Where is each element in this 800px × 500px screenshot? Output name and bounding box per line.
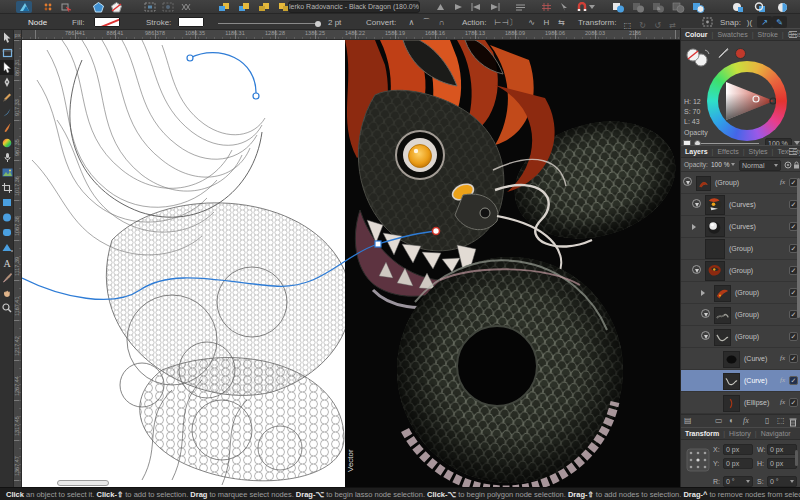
tab-navigator[interactable]: Navigator — [761, 430, 791, 437]
expand-arrow-icon[interactable] — [701, 290, 705, 296]
insert-behind-icon[interactable] — [752, 1, 768, 13]
layer-label[interactable]: (Curve) — [744, 355, 767, 362]
smart-corner-icon[interactable]: ∩ — [434, 16, 449, 28]
boolean-divide-icon[interactable] — [670, 1, 686, 13]
boolean-combine-icon[interactable] — [690, 1, 706, 13]
layer-label[interactable]: (Curves) — [729, 223, 756, 230]
tab-stroke[interactable]: Stroke — [758, 31, 778, 38]
layer-thumbnail[interactable] — [723, 351, 740, 368]
stroke-width-slider[interactable] — [218, 23, 318, 24]
pencil-tool[interactable] — [0, 90, 14, 105]
layer-visibility-checkbox[interactable]: ✓ — [789, 398, 798, 407]
layer-thumbnail[interactable] — [714, 307, 731, 324]
transform-field-w[interactable]: 0 px — [767, 444, 797, 455]
tab-layers[interactable]: Layers — [685, 148, 708, 155]
tab-effects[interactable]: Effects — [717, 148, 738, 155]
ruler-units[interactable]: px — [14, 30, 22, 40]
layer-fx-badge[interactable]: fx — [780, 398, 785, 406]
colour-wheel[interactable] — [707, 61, 787, 141]
layer-row[interactable]: (Curves)✓ — [681, 216, 800, 238]
grid-icon[interactable] — [538, 1, 554, 13]
view-tool[interactable] — [0, 285, 14, 300]
colour-panel-menu-icon[interactable] — [789, 31, 797, 38]
smooth-corner-icon[interactable]: ⌒ — [419, 16, 434, 28]
move-tool[interactable] — [0, 30, 14, 45]
layer-thumbnail[interactable] — [705, 195, 725, 215]
layer-label[interactable]: (Group) — [729, 267, 753, 274]
tab-transform[interactable]: Transform — [685, 430, 719, 437]
layer-row[interactable]: (Ellipse)fx✓ — [681, 392, 800, 414]
layer-row[interactable]: (Group)✓ — [681, 260, 800, 282]
blend-mode-select[interactable]: Normal — [739, 160, 781, 171]
move-to-front-icon[interactable] — [216, 1, 232, 13]
path-node[interactable] — [187, 55, 193, 61]
expand-arrow-circle-icon[interactable] — [692, 265, 701, 274]
marquee-icon[interactable] — [700, 16, 715, 28]
opacity-slider[interactable] — [695, 143, 759, 144]
layer-fx-badge[interactable]: fx — [780, 354, 785, 362]
add-group-icon[interactable]: ⬚ — [777, 415, 785, 427]
fill-stroke-wells-icon[interactable] — [685, 47, 711, 67]
layer-label[interactable]: (Group) — [729, 245, 753, 252]
triangle-tool[interactable] — [0, 240, 14, 255]
caret-down-icon[interactable] — [731, 163, 735, 166]
select-cycle-icon[interactable] — [178, 1, 194, 13]
stroke-width-value[interactable]: 2 pt — [328, 18, 341, 27]
layer-label[interactable]: (Group) — [735, 311, 759, 318]
sharp-corner-icon[interactable]: ∧ — [404, 16, 419, 28]
canvas-viewport[interactable]: Vector — [22, 40, 680, 487]
transform-field-r[interactable]: 0 ° — [723, 476, 753, 487]
fill-swatch[interactable] — [94, 17, 120, 27]
layer-thumbnail[interactable] — [705, 239, 725, 259]
layer-fx-badge[interactable]: fx — [780, 178, 785, 186]
boolean-intersect-icon[interactable] — [650, 1, 666, 13]
layer-row[interactable]: (Group)fx✓ — [681, 172, 800, 194]
layer-row[interactable]: (Group)✓ — [681, 238, 800, 260]
smooth-curve-icon[interactable]: ∿ — [524, 16, 539, 28]
link-dimensions-button[interactable] — [795, 450, 798, 466]
move-backward-icon[interactable] — [256, 1, 272, 13]
layer-label[interactable]: (Ellipse) — [744, 399, 769, 406]
layer-row[interactable]: (Group)✓ — [681, 304, 800, 326]
export-persona-icon[interactable] — [58, 1, 74, 13]
fill-tool[interactable] — [0, 135, 14, 150]
layer-visibility-checkbox[interactable]: ✓ — [789, 376, 798, 385]
move-forward-icon[interactable] — [236, 1, 252, 13]
expand-arrow-icon[interactable] — [692, 224, 696, 230]
artboard-tool[interactable] — [0, 45, 14, 60]
layer-label[interactable]: (Curves) — [729, 201, 756, 208]
colour-picker-tool[interactable] — [0, 270, 14, 285]
layer-thumbnail[interactable] — [714, 285, 731, 302]
style-picker-tool[interactable] — [0, 150, 14, 165]
reverse-curves-icon[interactable]: ⇆ — [554, 16, 569, 28]
select-same-icon[interactable] — [160, 1, 176, 13]
layer-label[interactable]: (Group) — [735, 333, 759, 340]
vector-brush-tool[interactable] — [0, 105, 14, 120]
pointer-icon[interactable] — [556, 1, 572, 13]
vertical-ruler[interactable]: 867.31917.33967.351017.361067.381117.391… — [14, 40, 22, 487]
pen-tool[interactable] — [0, 75, 14, 90]
blend-gamma-icon[interactable] — [784, 161, 792, 169]
designer-persona-icon[interactable] — [16, 1, 32, 13]
layer-effects-icon[interactable]: fx — [743, 415, 749, 427]
layer-row[interactable]: (Group)✓ — [681, 282, 800, 304]
layer-thumbnail[interactable] — [705, 217, 725, 237]
layer-thumbnail[interactable] — [696, 176, 711, 191]
snap-pen-icon[interactable]: ✎ — [772, 16, 787, 28]
transform-field-s[interactable]: 0 ° — [767, 476, 797, 487]
insert-inside-icon[interactable] — [730, 1, 746, 13]
place-image-tool[interactable] — [0, 165, 14, 180]
layer-thumbnail[interactable] — [723, 373, 740, 390]
align-horizontal-icon[interactable] — [432, 1, 448, 13]
anchor-point-selector[interactable] — [686, 448, 710, 472]
expand-arrow-circle-icon[interactable] — [683, 177, 692, 186]
add-layer-icon[interactable]: ▯ — [765, 415, 769, 427]
align-distribute-icon[interactable] — [468, 1, 484, 13]
transform-field-x[interactable]: 0 px — [723, 444, 753, 455]
align-vertical-icon[interactable] — [450, 1, 466, 13]
rectangle-tool[interactable] — [0, 195, 14, 210]
tab-history[interactable]: History — [729, 430, 751, 437]
stroke-swatch[interactable] — [178, 17, 204, 27]
text-tool[interactable]: A — [0, 255, 14, 270]
outline-view-icon[interactable] — [512, 1, 528, 13]
